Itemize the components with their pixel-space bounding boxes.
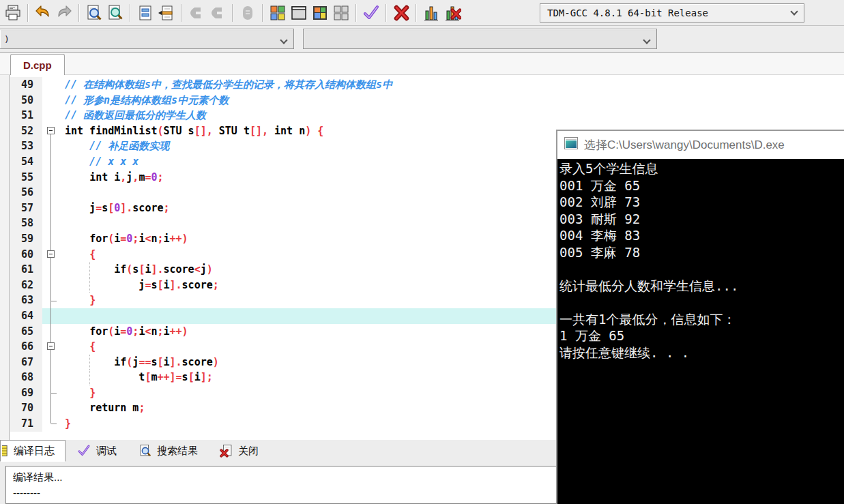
fold-line xyxy=(50,185,51,192)
line-number[interactable]: 71 xyxy=(10,416,42,432)
code-token xyxy=(65,294,89,306)
line-number[interactable]: 64 xyxy=(10,308,42,324)
code-token: { xyxy=(89,248,96,261)
code-token: 0 xyxy=(114,202,120,214)
toolbar-separator xyxy=(385,4,387,22)
code-line-49[interactable]: 49// 在结构体数组s中，查找最低分学生的记录，将其存入结构体数组s中 xyxy=(10,77,844,93)
code-text[interactable]: // 形参n是结构体数组s中元素个数 xyxy=(60,93,844,108)
code-token: j xyxy=(126,171,132,183)
syntax-check-icon xyxy=(362,4,381,22)
line-number[interactable]: 61 xyxy=(10,262,42,278)
grid-gray-button[interactable] xyxy=(331,3,351,23)
code-line-51[interactable]: 51// 函数返回最低分的学生人数 xyxy=(10,108,844,123)
undo-button[interactable] xyxy=(33,3,53,23)
code-token: = xyxy=(120,325,126,338)
code-token: if xyxy=(114,263,126,276)
line-number[interactable]: 53 xyxy=(10,138,42,154)
fold-margin xyxy=(42,170,60,186)
profile-button[interactable] xyxy=(421,3,441,23)
window-color-button[interactable] xyxy=(310,3,330,23)
fold-line xyxy=(50,370,51,377)
console-output[interactable]: 录入5个学生信息001 万金 65002 刘辟 73003 耐斯 92004 李… xyxy=(557,159,844,504)
line-number[interactable]: 59 xyxy=(10,231,42,247)
window-color-icon xyxy=(311,4,329,22)
bottom-tab-label: 搜索结果 xyxy=(157,445,198,458)
code-text[interactable]: // 函数返回最低分的学生人数 xyxy=(60,108,844,123)
collapsed-project-panel-splitter[interactable] xyxy=(0,75,10,440)
tab-dcpp[interactable]: D.cpp xyxy=(10,54,65,76)
line-number[interactable]: 51 xyxy=(10,108,42,123)
syntax-check-button[interactable] xyxy=(361,3,381,23)
line-number[interactable]: 49 xyxy=(10,77,42,93)
console-title-text: 选择C:\Users\wangy\Documents\D.exe xyxy=(584,137,785,153)
find-next-button[interactable] xyxy=(105,3,126,23)
line-number[interactable]: 62 xyxy=(10,278,42,293)
line-number[interactable]: 57 xyxy=(10,201,42,216)
console-app-icon xyxy=(564,137,578,153)
fold-collapse-icon[interactable] xyxy=(47,250,55,258)
code-token: ]. xyxy=(170,279,182,291)
line-number[interactable]: 60 xyxy=(10,247,42,263)
class-combobox[interactable]: ) xyxy=(0,29,294,49)
fold-line xyxy=(50,324,51,331)
line-number[interactable]: 65 xyxy=(10,324,42,340)
window-plain-icon xyxy=(290,4,308,22)
console-line: 录入5个学生信息 xyxy=(559,160,844,177)
goto-line-button[interactable] xyxy=(156,3,177,23)
bottom-tab-search-results[interactable]: 搜索结果 xyxy=(128,440,209,462)
line-number[interactable]: 70 xyxy=(10,400,42,416)
line-number[interactable]: 52 xyxy=(10,123,42,139)
bottom-tab-compile-log[interactable]: 编译日志 xyxy=(0,440,66,462)
fold-collapse-icon[interactable] xyxy=(47,127,55,134)
fold-margin xyxy=(42,308,60,324)
bottom-tab-close[interactable]: 关闭 xyxy=(209,440,270,462)
code-token: i xyxy=(164,325,170,338)
goto-function-icon xyxy=(136,4,154,22)
line-number[interactable]: 50 xyxy=(10,93,42,108)
redo-button[interactable] xyxy=(54,3,74,23)
line-number[interactable]: 66 xyxy=(10,339,42,355)
print-button[interactable] xyxy=(3,3,23,23)
fold-margin xyxy=(42,93,60,108)
line-number[interactable]: 67 xyxy=(10,355,42,370)
abort-compile-button[interactable] xyxy=(391,3,411,23)
line-number[interactable]: 68 xyxy=(10,370,42,385)
line-number[interactable]: 69 xyxy=(10,385,42,401)
code-token xyxy=(65,340,89,353)
editor-tabbar: D.cpp xyxy=(0,53,844,75)
profile-delete-button[interactable] xyxy=(442,3,463,23)
code-token: [ xyxy=(157,356,163,368)
fold-line xyxy=(50,378,51,385)
fold-margin xyxy=(42,216,60,231)
code-token: m xyxy=(126,402,139,414)
line-number[interactable]: 56 xyxy=(10,185,42,201)
fold-margin xyxy=(42,355,60,370)
console-window[interactable]: 选择C:\Users\wangy\Documents\D.exe 录入5个学生信… xyxy=(556,130,844,504)
window-plain-button[interactable] xyxy=(289,3,309,23)
code-token: i xyxy=(114,325,120,338)
code-token: for xyxy=(89,233,108,245)
fold-margin xyxy=(42,247,60,263)
code-token xyxy=(65,263,114,276)
line-number[interactable]: 63 xyxy=(10,293,42,308)
goto-function-button[interactable] xyxy=(135,3,156,23)
compiler-select[interactable]: TDM-GCC 4.8.1 64-bit Release xyxy=(540,3,804,23)
code-token: ( xyxy=(157,125,163,137)
code-token: // x x x xyxy=(65,155,139,168)
bottom-tab-debug[interactable]: 调试 xyxy=(66,440,128,462)
line-number[interactable]: 54 xyxy=(10,154,42,170)
line-number[interactable]: 58 xyxy=(10,216,42,231)
find-button[interactable] xyxy=(84,3,104,23)
code-token: i xyxy=(114,233,120,245)
code-text[interactable]: // 在结构体数组s中，查找最低分学生的记录，将其存入结构体数组s中 xyxy=(60,77,844,93)
fold-line xyxy=(50,362,51,370)
console-titlebar[interactable]: 选择C:\Users\wangy\Documents\D.exe xyxy=(557,131,844,159)
member-combobox[interactable] xyxy=(303,29,657,49)
fold-collapse-icon[interactable] xyxy=(47,342,55,350)
fold-line xyxy=(50,138,51,146)
project-grid-button[interactable] xyxy=(267,3,288,23)
toolbar-separator xyxy=(78,4,80,22)
code-line-50[interactable]: 50// 形参n是结构体数组s中元素个数 xyxy=(10,93,844,108)
code-token: j xyxy=(201,263,207,276)
line-number[interactable]: 55 xyxy=(10,170,42,186)
